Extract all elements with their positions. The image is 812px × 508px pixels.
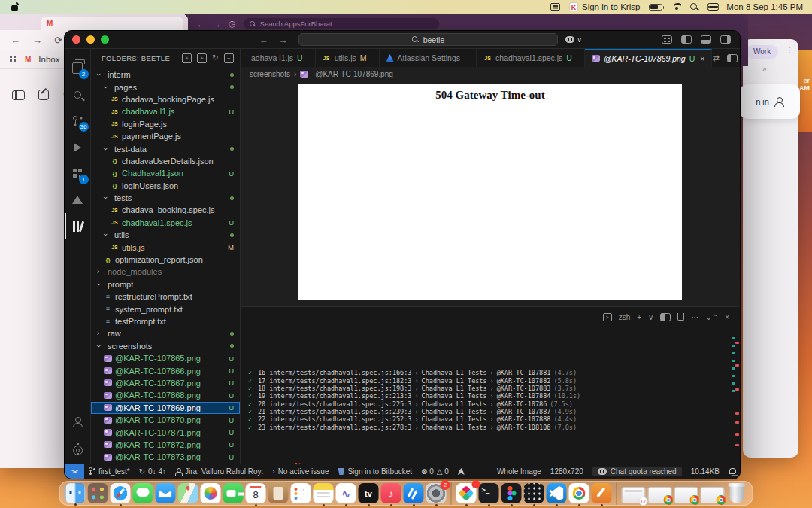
maps-dock-icon[interactable]	[178, 483, 198, 503]
copilot-menu[interactable]: ∨	[565, 35, 582, 44]
pencil-dock-icon[interactable]	[592, 483, 612, 503]
git-sync-item[interactable]: ↻0↓ 4↑	[135, 467, 171, 476]
chrome-tab[interactable]: M	[41, 17, 183, 30]
minimized-window-chrome[interactable]	[701, 487, 725, 503]
appletv-dock-icon[interactable]: tv	[359, 483, 379, 503]
tree-item[interactable]: screenshots	[91, 340, 240, 352]
apps-grid-icon[interactable]	[9, 55, 17, 63]
settings-dock-icon[interactable]: 2	[426, 483, 447, 503]
tree-item[interactable]: loginUsers.json	[91, 180, 240, 192]
kebab-menu-icon[interactable]: ⋮	[786, 45, 794, 55]
sidebar-toggle-icon[interactable]	[12, 90, 25, 100]
forward-icon[interactable]: →	[213, 20, 221, 29]
tree-item[interactable]: @KAR-TC-107868.png U	[91, 389, 240, 401]
back-icon[interactable]: ←	[197, 20, 205, 29]
editor-tab[interactable]: adhava l1.js U	[241, 49, 316, 67]
battery-icon[interactable]	[649, 4, 662, 11]
new-folder-icon[interactable]: +	[197, 53, 207, 63]
tab-close-icon[interactable]: ×	[700, 54, 704, 63]
tree-item[interactable]: raw	[91, 327, 240, 339]
kill-terminal-icon[interactable]	[677, 313, 684, 321]
bitbucket-signin-item[interactable]: Sign in to Bitbucket	[333, 467, 417, 476]
contacts-dock-icon[interactable]	[268, 483, 289, 503]
tree-item[interactable]: utils	[91, 229, 240, 241]
tree-item[interactable]: node_modules	[91, 266, 240, 278]
explorer-icon[interactable]: 2	[65, 55, 91, 81]
notes-dock-icon[interactable]	[314, 483, 334, 503]
editor-tab[interactable]: chadhaval1.spec.js U	[477, 49, 585, 67]
minimized-window-chrome[interactable]	[648, 487, 672, 503]
minimized-window-calendar[interactable]: 17	[622, 487, 646, 503]
facetime-dock-icon[interactable]	[223, 483, 244, 503]
history-icon[interactable]: ◷	[229, 19, 236, 29]
finder-dock-icon[interactable]	[65, 483, 86, 503]
tree-item[interactable]: utils.js M	[91, 241, 240, 253]
apps-search-field[interactable]: Search AppsForBharat	[244, 18, 439, 29]
tree-item[interactable]: prompt	[91, 278, 240, 291]
rocket-icon[interactable]	[453, 468, 469, 475]
safari-dock-icon[interactable]	[111, 483, 131, 503]
tree-item[interactable]: test-data	[91, 142, 240, 154]
reminders-dock-icon[interactable]	[291, 483, 311, 503]
collapse-all-icon[interactable]: −	[224, 53, 234, 63]
extensions-icon[interactable]: 1	[65, 160, 91, 187]
tree-item[interactable]: loginPage.js	[91, 118, 240, 130]
toggle-panel-icon[interactable]	[701, 35, 711, 44]
close-panel-icon[interactable]: ×	[725, 313, 729, 321]
compose-icon[interactable]	[38, 90, 49, 100]
maximize-panel-icon[interactable]: ⌄⌃	[705, 313, 718, 321]
tree-item[interactable]: @KAR-TC-107866.png U	[91, 364, 240, 376]
dock-separator[interactable]	[617, 482, 617, 505]
customize-layout-icon[interactable]	[662, 35, 672, 44]
shell-label[interactable]: zsh	[619, 313, 631, 321]
mail-dock-icon[interactable]	[156, 483, 176, 503]
dock-separator[interactable]	[451, 482, 452, 505]
minimized-window-chrome[interactable]	[674, 487, 698, 503]
signin-card[interactable]: n in	[740, 84, 800, 119]
slack-dock-icon[interactable]	[456, 483, 477, 503]
window-close-button[interactable]	[72, 35, 80, 44]
more-chevrons-icon[interactable]: »	[762, 65, 767, 73]
file-size-item[interactable]: 10.14KB	[686, 467, 724, 476]
editor-tab[interactable]: Atlassian Settings	[380, 49, 477, 67]
notifications-bell-icon[interactable]	[724, 468, 740, 475]
copilot-status-item[interactable]: Chat quota reached	[588, 467, 686, 476]
toggle-secondary-sidebar-icon[interactable]	[720, 35, 731, 44]
settings-gear-icon[interactable]	[65, 437, 91, 464]
new-terminal-icon[interactable]: +	[637, 313, 641, 321]
overview-ruler[interactable]	[732, 328, 739, 462]
spotlight-icon[interactable]	[690, 3, 698, 11]
chevron-down-icon[interactable]: ∨	[648, 313, 653, 321]
remote-indicator[interactable]: ><	[65, 464, 84, 479]
window-minimize-button[interactable]	[86, 35, 95, 44]
compare-changes-icon[interactable]: ⇄	[712, 53, 719, 63]
editor-tab[interactable]: @KAR-TC-107869.png U ×	[585, 49, 712, 67]
split-editor-icon[interactable]	[727, 54, 738, 62]
tree-item[interactable]: @KAR-TC-107872.png U	[91, 439, 240, 451]
control-center-icon[interactable]	[707, 3, 717, 11]
jira-issue-item[interactable]: ›No active issue	[268, 467, 333, 476]
tree-item[interactable]: pages	[91, 81, 240, 93]
tree-item[interactable]: @KAR-TC-107871.png U	[91, 426, 240, 438]
tree-item[interactable]: chadava_bookingPage.js	[91, 93, 240, 105]
split-terminal-icon[interactable]	[660, 313, 671, 321]
tree-item[interactable]: @KAR-TC-107870.png U	[91, 414, 240, 426]
apple-menu-icon[interactable]	[11, 3, 19, 11]
tree-item[interactable]: @KAR-TC-107867.png U	[91, 377, 240, 389]
terminal-output[interactable]: ✓16interm/tests/chadhaval1.spec.js:166:3…	[241, 327, 740, 464]
tree-item[interactable]: Chadhaval1.json U	[91, 167, 240, 179]
window-zoom-button[interactable]	[101, 35, 109, 44]
library-icon[interactable]	[65, 213, 91, 239]
calendar-dock-icon[interactable]: 8	[246, 483, 266, 503]
more-actions-icon[interactable]: ⋯	[691, 313, 698, 321]
tree-item[interactable]: restructurePrompt.txt	[91, 291, 240, 303]
freeform-dock-icon[interactable]: ∿	[336, 483, 356, 503]
messages-dock-icon[interactable]	[133, 483, 153, 503]
menubar-clock[interactable]: Mon 8 Sep 1:45 PM	[726, 2, 804, 11]
keyboard-icon[interactable]	[550, 3, 560, 11]
launchpad-dock-icon[interactable]	[88, 483, 108, 503]
new-file-icon[interactable]: +	[182, 53, 192, 63]
breadcrumb-file[interactable]: @KAR-TC-107869.png	[315, 70, 393, 78]
tree-item[interactable]: chadhava l1.js U	[91, 105, 240, 117]
keypad-dock-icon[interactable]	[524, 483, 544, 503]
